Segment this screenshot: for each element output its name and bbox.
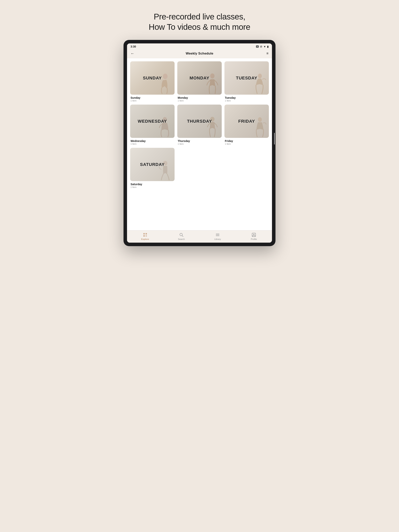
day-count-friday: 1 Item xyxy=(225,143,269,145)
library-icon xyxy=(215,233,220,237)
day-card-tuesday[interactable]: TUESDAY Tuesday 1 Item xyxy=(225,61,269,102)
battery-icon: ▮ xyxy=(267,45,269,48)
day-card-image-tuesday: TUESDAY xyxy=(225,61,269,95)
day-card-info-thursday: Thursday 1 Item xyxy=(177,139,222,145)
explore-tab-label: Explore xyxy=(141,238,149,240)
day-card-image-sunday: SUNDAY xyxy=(130,61,174,95)
svg-point-17 xyxy=(253,234,254,235)
svg-rect-9 xyxy=(143,235,145,237)
day-card-info-monday: Monday 1 Item xyxy=(177,96,222,102)
scroll-indicator xyxy=(274,133,275,145)
day-label-overlay-tuesday: TUESDAY xyxy=(236,76,257,81)
day-name-sunday: Sunday xyxy=(130,96,174,99)
day-card-wednesday[interactable]: WEDNESDAY Wednesday 1 Item xyxy=(130,105,174,145)
headline: Pre-recorded live classes, How To videos… xyxy=(149,12,250,32)
day-card-info-saturday: Saturday 1 Item xyxy=(130,182,174,188)
tab-search[interactable]: Search xyxy=(163,231,200,243)
tab-bar: Explore Search Library Profile xyxy=(127,230,272,243)
day-count-wednesday: 1 Item xyxy=(130,143,174,145)
day-card-info-tuesday: Tuesday 1 Item xyxy=(225,96,269,102)
wifi-icon: ▼ xyxy=(264,45,266,48)
search-tab-label: Search xyxy=(178,238,185,240)
svg-rect-7 xyxy=(143,233,145,234)
day-label-overlay-thursday: THURSDAY xyxy=(187,119,212,124)
svg-point-1 xyxy=(210,73,214,78)
day-card-info-wednesday: Wednesday 1 Item xyxy=(130,139,174,145)
day-name-wednesday: Wednesday xyxy=(130,139,174,143)
day-card-info-friday: Friday 1 Item xyxy=(225,139,269,145)
do-not-disturb-icon: ⊘ xyxy=(260,45,262,48)
svg-rect-10 xyxy=(146,235,147,237)
day-card-image-saturday: SATURDAY xyxy=(130,148,174,181)
svg-point-0 xyxy=(163,74,167,79)
svg-point-2 xyxy=(258,74,262,78)
profile-icon xyxy=(251,233,256,237)
status-badge-a: A xyxy=(256,45,259,48)
svg-point-5 xyxy=(258,117,262,122)
tab-profile[interactable]: Profile xyxy=(236,231,272,243)
nav-bar: ← Weekly Schedule ≡ xyxy=(127,49,272,58)
tab-explore[interactable]: Explore xyxy=(127,231,163,243)
main-content: SUNDAY Sunday 1 Item MONDAY Monday 1 Ite… xyxy=(127,58,272,230)
day-card-image-thursday: THURSDAY xyxy=(177,105,222,138)
library-tab-label: Library xyxy=(214,238,221,240)
day-count-saturday: 1 Item xyxy=(130,186,174,188)
day-count-sunday: 1 Item xyxy=(130,100,174,102)
day-label-overlay-monday: MONDAY xyxy=(190,76,209,81)
day-name-saturday: Saturday xyxy=(130,183,174,186)
headline-text: Pre-recorded live classes, How To videos… xyxy=(149,12,250,32)
day-card-sunday[interactable]: SUNDAY Sunday 1 Item xyxy=(130,61,174,102)
explore-icon xyxy=(143,233,148,237)
day-card-thursday[interactable]: THURSDAY Thursday 1 Item xyxy=(177,105,222,145)
status-icons: A ⊘ ▼ ▮ xyxy=(256,45,269,48)
page-title: Weekly Schedule xyxy=(186,52,213,56)
day-count-monday: 1 Item xyxy=(178,100,221,102)
day-card-friday[interactable]: FRIDAY Friday 1 Item xyxy=(225,105,269,145)
day-card-image-friday: FRIDAY xyxy=(225,105,269,138)
day-card-saturday[interactable]: SATURDAY Saturday 1 Item xyxy=(130,148,174,188)
day-name-monday: Monday xyxy=(178,96,221,99)
day-name-tuesday: Tuesday xyxy=(225,96,269,99)
status-time: 3:30 xyxy=(130,45,136,48)
day-card-image-wednesday: WEDNESDAY xyxy=(130,105,174,138)
tablet-screen: 3:30 A ⊘ ▼ ▮ ← Weekly Schedule ≡ SUNDAY xyxy=(127,44,272,243)
day-card-image-monday: MONDAY xyxy=(177,61,222,95)
day-label-overlay-saturday: SATURDAY xyxy=(140,162,165,167)
day-count-tuesday: 1 Item xyxy=(225,100,269,102)
day-grid: SUNDAY Sunday 1 Item MONDAY Monday 1 Ite… xyxy=(130,61,269,188)
profile-tab-label: Profile xyxy=(251,238,257,240)
search-icon xyxy=(179,233,184,237)
tab-library[interactable]: Library xyxy=(200,231,236,243)
day-name-thursday: Thursday xyxy=(178,139,221,143)
day-label-overlay-wednesday: WEDNESDAY xyxy=(138,119,167,124)
svg-rect-8 xyxy=(146,233,147,234)
tablet-device: 3:30 A ⊘ ▼ ▮ ← Weekly Schedule ≡ SUNDAY xyxy=(123,40,276,246)
day-card-monday[interactable]: MONDAY Monday 1 Item xyxy=(177,61,222,102)
spacer-area xyxy=(130,188,269,227)
filter-button[interactable]: ≡ xyxy=(262,51,269,56)
status-bar: 3:30 A ⊘ ▼ ▮ xyxy=(127,44,272,49)
day-label-overlay-friday: FRIDAY xyxy=(238,119,255,124)
day-name-friday: Friday xyxy=(225,139,269,143)
day-card-info-sunday: Sunday 1 Item xyxy=(130,96,174,102)
day-label-overlay-sunday: SUNDAY xyxy=(143,76,162,81)
back-button[interactable]: ← xyxy=(130,51,137,56)
svg-line-12 xyxy=(182,236,183,237)
day-count-thursday: 1 Item xyxy=(178,143,221,145)
